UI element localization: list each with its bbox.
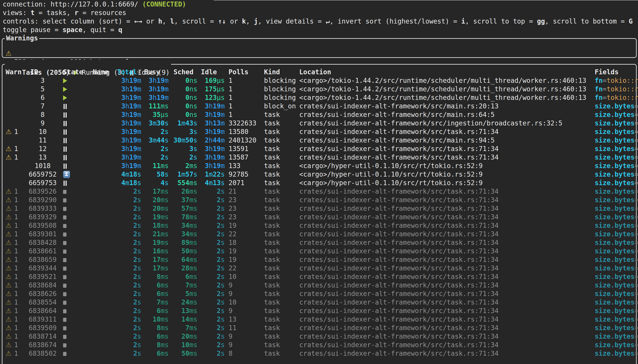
task-row[interactable]: 53h19m3h19m0ns175µs1blocking<cargo>/toki… <box>2 85 636 93</box>
text-segment: G <box>629 18 633 25</box>
warning-icon: ⚠ <box>6 247 13 256</box>
text-segment: toggle pause = <box>3 26 62 34</box>
column-header-name[interactable]: Name <box>93 68 109 76</box>
task-row[interactable]: ⚠168393012s21ms34ms2s22taskcrates/sui-in… <box>2 230 636 238</box>
cell-task-id: 6839333 <box>26 204 59 213</box>
task-row[interactable]: 93h19m3m30s1m43s3h13m3322633taskcrates/s… <box>2 119 636 128</box>
cell-fields: size.bytes= <box>595 221 638 230</box>
cell-idle: 3h19m <box>178 128 225 136</box>
text-segment: or <box>142 18 158 25</box>
task-row[interactable]: ⚠1123h19m2s3s3h19m13591taskcrates/sui-in… <box>2 144 636 153</box>
task-row[interactable]: ⚠168395212s8ms6ms2s10taskcrates/sui-inde… <box>2 272 636 281</box>
cell-polls: 2071 <box>228 179 244 187</box>
cell-location: crates/sui-indexer-alt-framework/src/tas… <box>299 290 498 298</box>
task-row[interactable]: ⚠1133h19m2s2s3h19m13587taskcrates/sui-in… <box>2 153 636 162</box>
tasks-table: WarnIDStateNameTotal▿BusySchedIdlePollsK… <box>2 68 636 358</box>
task-row[interactable]: ⚠168385022s6ms50ms2s8taskcrates/sui-inde… <box>2 349 636 358</box>
warning-icon: ⚠ <box>6 349 13 358</box>
cell-kind: task <box>264 179 280 187</box>
cell-location: crates/sui-indexer-alt-framework/src/tas… <box>299 332 498 341</box>
text-segment: , scroll = <box>174 18 218 25</box>
cell-fields: size.bytes= <box>595 119 638 128</box>
column-header-warn[interactable]: Warn <box>6 68 22 76</box>
cell-warn-count: 1 <box>14 153 21 162</box>
cell-polls: 23 <box>228 213 236 221</box>
cell-warn-count: 1 <box>14 264 21 272</box>
task-row[interactable]: 66597524m18s58s1m57s1m22s92785task<cargo… <box>2 170 636 179</box>
task-row[interactable]: ⚠168393332s20ms57ms2s23taskcrates/sui-in… <box>2 204 636 213</box>
task-row[interactable]: ⚠168395082s18ms34ms2s19taskcrates/sui-in… <box>2 221 636 230</box>
cell-kind: task <box>264 315 280 324</box>
column-header-busy[interactable]: Busy <box>144 68 160 76</box>
text-segment: l <box>170 18 174 25</box>
task-row[interactable]: ⚠168386262s6ms5ms2s9taskcrates/sui-index… <box>2 290 636 298</box>
column-header-sched[interactable]: Sched <box>174 68 194 76</box>
task-row[interactable]: ⚠168393112s10ms14ms2s13taskcrates/sui-in… <box>2 315 636 324</box>
task-row[interactable]: ⚠168386592s17ms64ms2s19taskcrates/sui-in… <box>2 256 636 264</box>
task-row[interactable]: 33h19m3h19m0ns169µs1blocking<cargo>/toki… <box>2 76 636 85</box>
cell-warn-count: 1 <box>14 256 21 264</box>
cell-warn-count: 1 <box>14 290 21 298</box>
column-header-state[interactable]: State <box>63 68 83 76</box>
cell-location: <cargo>/tokio-1.44.2/src/runtime/schedul… <box>299 85 586 93</box>
task-row[interactable]: ⚠168386642s6ms13ms2s9taskcrates/sui-inde… <box>2 306 636 315</box>
cell-kind: task <box>264 153 280 162</box>
cell-location: crates/sui-indexer-alt-framework/src/tas… <box>299 144 498 153</box>
column-header-fields[interactable]: Fields <box>595 68 619 76</box>
task-row[interactable]: ⚠168386612s16ms50ms2s19taskcrates/sui-in… <box>2 247 636 256</box>
task-row[interactable]: ⚠168393292s19ms78ms2s23taskcrates/sui-in… <box>2 213 636 221</box>
cell-warn-count: 1 <box>14 196 21 204</box>
task-row[interactable]: 63h19m3h19m0ns123µs1blocking<cargo>/toki… <box>2 93 636 102</box>
text-segment: (CONNECTED) <box>142 0 186 8</box>
task-row[interactable]: ⚠168387142s6ms20ms2s9taskcrates/sui-inde… <box>2 332 636 341</box>
task-state-done-icon <box>63 204 76 213</box>
task-row[interactable]: 83h19m35µs0ns3h19m1taskcrates/sui-indexe… <box>2 110 636 119</box>
task-row[interactable]: ⚠168386742s8ms10ms2s9taskcrates/sui-inde… <box>2 341 636 349</box>
cell-idle: 2s <box>178 298 225 306</box>
cell-idle: 2s <box>178 238 225 247</box>
column-header-kind[interactable]: Kind <box>264 68 280 76</box>
task-row[interactable]: 73h19m111ms0ns3h19m1block_oncrates/sui-i… <box>2 102 636 110</box>
column-header-id[interactable]: ID <box>30 68 38 76</box>
cell-fields: fn=tokio::r <box>595 85 638 93</box>
column-header-polls[interactable]: Polls <box>228 68 248 76</box>
cell-fields: size.bytes= <box>595 196 638 204</box>
cell-idle: 4m13s <box>178 179 225 187</box>
cell-warn-count: 1 <box>14 315 21 324</box>
cell-task-id: 6839329 <box>26 213 59 221</box>
warning-icon: ⚠ <box>6 256 13 264</box>
cell-idle: 3h19m <box>178 144 225 153</box>
cell-kind: task <box>264 128 280 136</box>
text-segment: space <box>62 26 82 34</box>
cell-polls: 13 <box>228 315 236 324</box>
cell-polls: 92785 <box>228 170 248 179</box>
cell-location: crates/sui-indexer-alt-framework/src/tas… <box>299 324 498 332</box>
cell-location: <cargo>/hyper-util-0.1.10/src/rt/tokio.r… <box>299 179 483 187</box>
warning-icon: ⚠ <box>6 306 13 315</box>
text-segment: views: <box>3 9 30 16</box>
column-header-total[interactable]: Total▿ <box>117 68 140 76</box>
task-row[interactable]: ⚠168393442s17ms28ms2s22taskcrates/sui-in… <box>2 264 636 272</box>
cell-warn-count: 1 <box>14 332 21 341</box>
task-row[interactable]: ⚠168384282s19ms89ms2s18taskcrates/sui-in… <box>2 238 636 247</box>
cell-location: crates/sui-indexer-alt-framework/src/tas… <box>299 238 498 247</box>
task-row[interactable]: ⚠168392902s20ms37ms2s23taskcrates/sui-in… <box>2 196 636 204</box>
task-row[interactable]: 66597534m18s4s554ms4m13s2071task<cargo>/… <box>2 179 636 187</box>
cell-kind: task <box>264 256 280 264</box>
task-row[interactable]: 10183h19m11ms2ms3h19m133task<cargo>/hype… <box>2 162 636 170</box>
warning-icon: ⚠ <box>6 187 13 196</box>
task-row[interactable]: ⚠1103h19m2s3s3h19m13580taskcrates/sui-in… <box>2 128 636 136</box>
task-row[interactable]: 113h19m3m44s30m50s2h44m2401320taskcrates… <box>2 136 636 144</box>
task-row[interactable]: ⚠168385542s7ms24ms2s10taskcrates/sui-ind… <box>2 298 636 306</box>
task-row[interactable]: ⚠168395262s17ms26ms2s21taskcrates/sui-in… <box>2 187 636 196</box>
cell-location: crates/sui-indexer-alt-framework/src/tas… <box>299 306 498 315</box>
task-state-done-icon <box>63 238 76 247</box>
task-row[interactable]: ⚠168386842s6ms7ms2s9taskcrates/sui-index… <box>2 281 636 290</box>
task-state-done-icon <box>63 298 76 306</box>
cell-fields: size.bytes= <box>595 281 638 290</box>
column-header-idle[interactable]: Idle <box>201 68 217 76</box>
cell-polls: 10 <box>228 272 236 281</box>
cell-polls: 9 <box>228 281 232 290</box>
column-header-location[interactable]: Location <box>299 68 331 76</box>
task-row[interactable]: ⚠168395092s8ms7ms2s11taskcrates/sui-inde… <box>2 324 636 332</box>
